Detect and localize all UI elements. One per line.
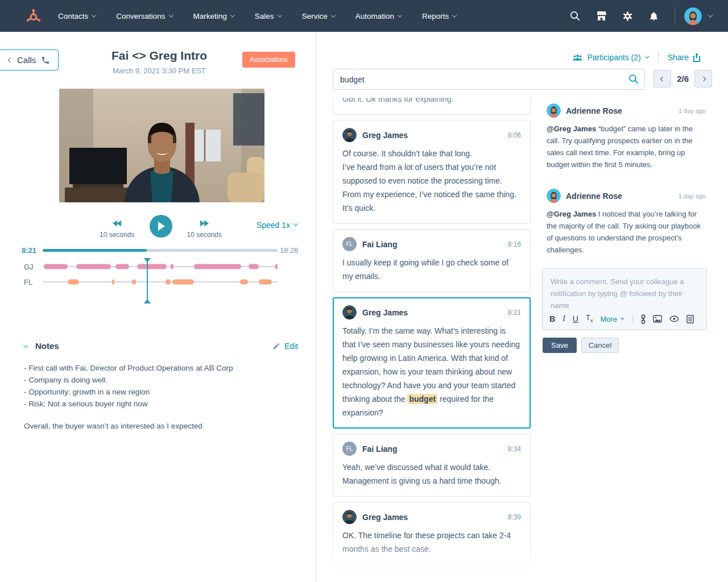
toolbar-divider: [658, 51, 659, 64]
comment-timestamp: 1 day ago: [679, 193, 706, 199]
cancel-comment-button[interactable]: Cancel: [581, 338, 619, 353]
call-detail-panel: Calls Fai <> Greg Intro March 9, 2021 3:…: [0, 32, 316, 582]
call-timeline: 8:21 18:26 GJFL: [0, 247, 316, 302]
underline-button[interactable]: U: [573, 314, 578, 323]
transcript-message[interactable]: Greg James 8:21 Totally. I’m the same wa…: [333, 297, 531, 429]
settings-icon[interactable]: [614, 11, 640, 22]
marketplace-icon[interactable]: [588, 11, 614, 21]
notifications-icon[interactable]: [640, 11, 667, 22]
note-line: - First call with Fai, Director of Produ…: [24, 362, 298, 374]
bold-button[interactable]: B: [549, 314, 555, 323]
user-avatar[interactable]: [684, 7, 702, 25]
top-nav: Contacts Conversations Marketing Sales S…: [0, 0, 728, 32]
message-timestamp: 8:21: [508, 309, 521, 317]
insert-link-icon[interactable]: [641, 314, 646, 324]
talk-segment: [194, 264, 241, 269]
note-line: - Company is doing well.: [24, 374, 298, 386]
insert-snippet-icon[interactable]: [686, 315, 694, 323]
speaker-avatar: [342, 128, 357, 142]
edit-notes-button[interactable]: Edit: [272, 342, 298, 351]
speaker-name: Greg James: [362, 308, 408, 317]
nav-item-marketing[interactable]: Marketing: [193, 12, 234, 20]
more-formatting-button[interactable]: More: [600, 315, 624, 323]
talk-segment: [259, 280, 272, 285]
message-text: Yeah, we’ve discussed what it would take…: [342, 460, 521, 488]
associations-button[interactable]: Associations: [242, 52, 295, 68]
chevron-down-icon: [168, 13, 173, 17]
transcript-message[interactable]: FL Fai Liang 8:16 I usually keep it goin…: [333, 229, 531, 292]
notes-summary: Overall, the buyer wasn’t as interested …: [24, 422, 298, 430]
share-button[interactable]: Share: [668, 53, 701, 62]
fast-forward-icon: [199, 219, 209, 227]
chevron-down-icon: [398, 13, 402, 17]
play-button[interactable]: [150, 215, 172, 238]
comment-text: @Greg James “budget” came up later in th…: [547, 123, 706, 171]
message-text: OK. The timeline for these projects can …: [342, 529, 521, 556]
progress-bar[interactable]: [43, 249, 278, 252]
nav-item-contacts[interactable]: Contacts: [58, 12, 96, 20]
account-menu[interactable]: [684, 7, 712, 25]
search-submit-icon[interactable]: [628, 74, 639, 86]
talk-segment: [240, 280, 247, 285]
forward-10-button[interactable]: 10 seconds: [187, 219, 222, 239]
transcript-message[interactable]: Greg James 8:06 Of course. It shouldn’t …: [333, 120, 531, 224]
play-icon: [158, 222, 165, 231]
talk-segment: [171, 264, 174, 269]
comments-column: Adrienne Rose 1 day ago @Greg James “bud…: [542, 98, 707, 353]
clear-formatting-button[interactable]: Tx: [586, 313, 593, 325]
nav-item-automation[interactable]: Automation: [355, 12, 402, 20]
current-time: 8:21: [22, 246, 36, 255]
collapse-notes-icon[interactable]: [23, 343, 28, 347]
chevron-left-icon: [660, 76, 664, 81]
participants-toggle[interactable]: Participants (2): [573, 53, 648, 62]
chevron-down-icon: [620, 318, 624, 321]
message-text: Of course. It shouldn’t take that long.I…: [342, 147, 521, 215]
mention-link[interactable]: @Greg James: [547, 210, 598, 218]
commenter-avatar: [547, 103, 561, 118]
nav-item-sales[interactable]: Sales: [255, 12, 282, 20]
nav-divider: [675, 7, 675, 24]
transcript-message[interactable]: Got it. Ok thanks for explaining.: [333, 98, 531, 115]
talk-segment: [44, 264, 68, 269]
search-icon[interactable]: [562, 11, 588, 21]
talk-segment: [137, 264, 167, 269]
commenter-avatar: [547, 189, 561, 203]
comment-input[interactable]: [549, 275, 700, 310]
talk-segment: [112, 280, 114, 285]
message-text: Got it. Ok thanks for explaining.: [342, 98, 521, 106]
call-video-player[interactable]: [59, 89, 264, 202]
previous-result-button[interactable]: [653, 70, 671, 88]
transcript-search-input[interactable]: [333, 69, 645, 90]
chevron-left-icon: [8, 57, 13, 62]
pencil-icon: [272, 342, 280, 350]
insert-image-icon[interactable]: [653, 315, 662, 323]
speaker-name: Fai Liang: [362, 240, 397, 249]
speaker-avatar: [342, 510, 357, 524]
mention-link[interactable]: @Greg James: [547, 124, 598, 133]
chevron-down-icon: [293, 221, 298, 226]
chevron-down-icon: [708, 13, 713, 17]
talk-segment: [249, 264, 259, 269]
nav-item-conversations[interactable]: Conversations: [116, 12, 172, 20]
transcript-message[interactable]: Greg James 8:39 OK. The timeline for the…: [333, 502, 531, 565]
italic-button[interactable]: I: [562, 314, 565, 323]
talk-segment: [76, 264, 111, 269]
nav-item-service[interactable]: Service: [302, 12, 335, 20]
comment-item: Adrienne Rose 1 day ago @Greg James “bud…: [542, 98, 707, 176]
transcript-message[interactable]: FL Fai Liang 8:43 Yeah, I’ll need to con…: [333, 570, 531, 582]
insert-media-icon[interactable]: [669, 315, 679, 322]
transcript-message[interactable]: FL Fai Liang 8:34 Yeah, we’ve discussed …: [333, 434, 531, 497]
nav-item-reports[interactable]: Reports: [422, 12, 456, 20]
save-comment-button[interactable]: Save: [543, 338, 577, 353]
nav-menu: Contacts Conversations Marketing Sales S…: [58, 12, 456, 20]
speaker-tracks: GJFL: [0, 259, 316, 302]
next-result-button[interactable]: [694, 70, 712, 88]
rewind-10-button[interactable]: 10 seconds: [100, 219, 134, 239]
speed-selector[interactable]: Speed 1x: [257, 221, 297, 230]
call-date: March 9, 2021 3:30 PM EST: [34, 66, 284, 75]
chevron-down-icon: [452, 13, 457, 17]
comment-text: @Greg James I noticed that you’re talkin…: [547, 208, 706, 256]
hubspot-logo-icon[interactable]: [25, 8, 41, 24]
timeline-scrubber[interactable]: [147, 259, 148, 303]
commenter-name: Adrienne Rose: [566, 192, 622, 201]
